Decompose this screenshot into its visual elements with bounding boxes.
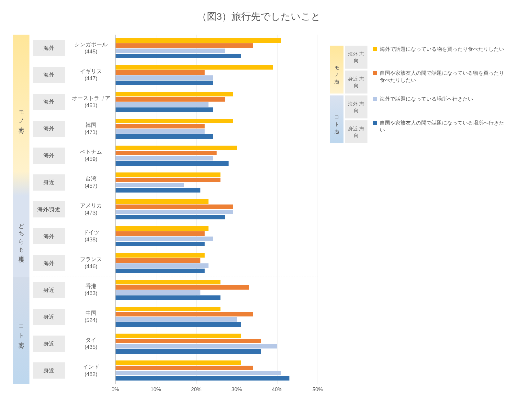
bar	[116, 307, 220, 311]
x-tick: 30%	[231, 387, 242, 392]
plot-wrap: シンガポール(445)イギリス(447)オーストラリア(451)韓国(471)ベ…	[68, 35, 318, 400]
bar	[116, 199, 208, 204]
bar	[116, 215, 225, 219]
bar	[116, 119, 233, 123]
bar	[116, 360, 241, 365]
bar	[116, 43, 253, 48]
row-tag: 海外/身近	[33, 201, 65, 217]
bar	[116, 81, 213, 85]
row-tag: 身近	[33, 336, 65, 352]
legend-tile-familiar-1: 身近 志向	[345, 71, 367, 94]
x-tick: 50%	[312, 387, 323, 392]
bar	[116, 349, 261, 354]
category-label: フランス(446)	[68, 256, 114, 270]
category-label: ドイツ(438)	[68, 229, 114, 243]
group-label: どちらも重視	[17, 219, 25, 253]
bar	[116, 322, 241, 327]
bar	[116, 290, 200, 295]
bar	[116, 344, 277, 348]
row-tag: 身近	[33, 282, 65, 298]
group-block: モノ志向	[13, 35, 29, 196]
category-label: イギリス(447)	[68, 68, 114, 82]
category-label: インド(482)	[68, 363, 114, 378]
bar	[116, 204, 233, 209]
bar	[116, 146, 237, 150]
bar	[116, 237, 213, 241]
bar	[116, 285, 249, 290]
legend-item-s3: 海外で話題になっている場所へ行きたい	[373, 95, 505, 119]
plot-area	[115, 35, 318, 384]
legend-koto-label: コト志向	[334, 113, 340, 126]
legend-koto-bar: コト志向	[330, 95, 343, 143]
group-strip: モノ志向どちらも重視コト志向	[13, 35, 29, 400]
bar	[116, 231, 205, 236]
swatch-icon	[373, 121, 377, 125]
bar	[116, 65, 273, 70]
bar	[116, 183, 184, 187]
category-label: シンガポール(445)	[68, 41, 114, 55]
bar	[116, 156, 213, 160]
bar	[116, 92, 233, 96]
row-tag: 海外	[33, 40, 65, 56]
bar	[116, 317, 237, 322]
bar	[116, 269, 205, 273]
bar	[116, 258, 200, 263]
row-tag: 海外	[33, 255, 65, 271]
x-axis: 0%10%20%30%40%50%	[115, 384, 318, 400]
category-label: 中国(524)	[68, 310, 114, 324]
row-tag: 海外	[33, 228, 65, 244]
bar	[116, 107, 213, 112]
bar	[116, 339, 261, 343]
bar	[116, 75, 213, 80]
legend-mono-bar: モノ志向	[330, 46, 343, 94]
row-tag: 身近	[33, 174, 65, 191]
legend-tile-overseas-1: 海外 志向	[345, 46, 367, 69]
category-label: 台湾(457)	[68, 175, 114, 190]
legend-mono-label: モノ志向	[334, 63, 340, 76]
x-tick: 20%	[191, 387, 201, 392]
row-tag: 海外	[33, 94, 65, 110]
bar	[116, 226, 208, 231]
bar	[116, 97, 225, 102]
row-tag: 海外	[33, 67, 65, 83]
row-tag: 海外	[33, 121, 65, 137]
x-tick: 40%	[272, 387, 282, 392]
bar	[116, 263, 208, 268]
bar	[116, 371, 281, 375]
legend-item-s4: 自国や家族友人の間で話題になっている場所へ行きたい	[373, 119, 505, 143]
legend-tile-overseas-2: 海外 志向	[345, 95, 367, 118]
group-block: コト志向	[13, 277, 29, 384]
bar	[116, 151, 217, 155]
category-label-column: シンガポール(445)イギリス(447)オーストラリア(451)韓国(471)ベ…	[68, 35, 115, 384]
row-tag: 海外	[33, 148, 65, 164]
bar	[116, 54, 241, 58]
bar	[116, 161, 229, 166]
bar	[116, 280, 220, 284]
group-separator	[33, 277, 318, 277]
bar	[116, 366, 253, 370]
category-label: 韓国(471)	[68, 122, 114, 136]
group-separator	[33, 196, 318, 196]
bar	[116, 129, 205, 134]
bar	[116, 376, 289, 381]
bar	[116, 102, 208, 107]
bar	[116, 312, 253, 316]
row-tag: 身近	[33, 309, 65, 325]
category-label: ベトナム(459)	[68, 149, 114, 163]
swatch-icon	[373, 71, 377, 75]
legend-koto-block: コト志向 海外 志向 身近 志向 海外で話題になっている場所へ行きたい 自国や家…	[330, 95, 505, 143]
bar	[116, 38, 281, 43]
legend-tile-familiar-2: 身近 志向	[345, 120, 367, 143]
category-label: オーストラリア(451)	[68, 95, 114, 109]
legend: モノ志向 海外 志向 身近 志向 海外で話題になっている物を買ったり食べたりした…	[330, 46, 505, 145]
bar	[116, 242, 205, 246]
group-label: コト志向	[17, 321, 25, 340]
bar	[116, 178, 220, 182]
legend-item-s2: 自国や家族友人の間で話題になっている物を買ったり食べたりしたい	[373, 70, 505, 94]
bar	[116, 70, 205, 75]
page-title: （図3）旅行先でしたいこと	[10, 10, 508, 23]
x-tick: 10%	[151, 387, 161, 392]
x-tick: 0%	[111, 387, 119, 392]
category-label: 香港(463)	[68, 283, 114, 297]
bar	[116, 188, 200, 193]
